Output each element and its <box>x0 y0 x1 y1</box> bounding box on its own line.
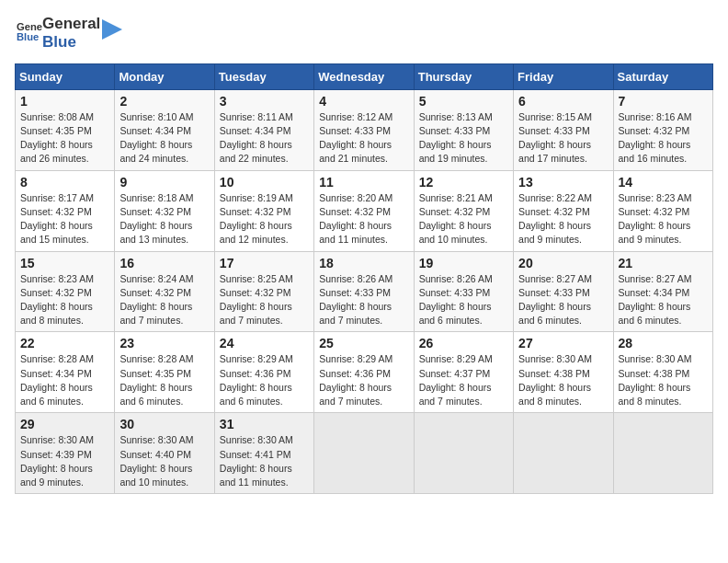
day-info: Sunrise: 8:12 AMSunset: 4:33 PMDaylight:… <box>319 111 392 165</box>
calendar-cell: 23Sunrise: 8:28 AMSunset: 4:35 PMDayligh… <box>115 332 214 413</box>
day-info: Sunrise: 8:26 AMSunset: 4:33 PMDaylight:… <box>419 273 493 327</box>
day-info: Sunrise: 8:08 AMSunset: 4:35 PMDaylight:… <box>20 111 94 165</box>
day-info: Sunrise: 8:26 AMSunset: 4:33 PMDaylight:… <box>319 273 392 327</box>
day-number: 26 <box>419 336 508 350</box>
calendar-cell: 6Sunrise: 8:15 AMSunset: 4:33 PMDaylight… <box>514 89 613 170</box>
day-info: Sunrise: 8:13 AMSunset: 4:33 PMDaylight:… <box>419 111 493 165</box>
calendar-cell: 1Sunrise: 8:08 AMSunset: 4:35 PMDaylight… <box>16 89 115 170</box>
logo-icon: General Blue <box>17 18 42 44</box>
day-info: Sunrise: 8:30 AMSunset: 4:38 PMDaylight:… <box>619 353 692 407</box>
calendar-week-row: 8Sunrise: 8:17 AMSunset: 4:32 PMDaylight… <box>16 170 713 251</box>
day-number: 15 <box>20 256 109 270</box>
weekday-header-friday: Friday <box>514 63 613 89</box>
day-number: 28 <box>619 336 708 350</box>
day-number: 31 <box>220 417 309 431</box>
day-number: 20 <box>518 256 608 270</box>
calendar-cell: 24Sunrise: 8:29 AMSunset: 4:36 PMDayligh… <box>214 332 313 413</box>
day-number: 16 <box>119 256 209 270</box>
day-number: 8 <box>20 175 109 190</box>
weekday-header-monday: Monday <box>115 63 214 89</box>
day-info: Sunrise: 8:10 AMSunset: 4:34 PMDaylight:… <box>119 111 193 165</box>
calendar-cell: 5Sunrise: 8:13 AMSunset: 4:33 PMDaylight… <box>414 89 513 170</box>
svg-text:Blue: Blue <box>17 31 39 42</box>
day-info: Sunrise: 8:30 AMSunset: 4:39 PMDaylight:… <box>20 434 94 488</box>
calendar-cell: 8Sunrise: 8:17 AMSunset: 4:32 PMDaylight… <box>16 170 115 251</box>
day-number: 14 <box>619 175 708 190</box>
logo: General Blue General Blue <box>15 15 122 52</box>
day-info: Sunrise: 8:30 AMSunset: 4:38 PMDaylight:… <box>518 353 592 407</box>
svg-marker-3 <box>102 19 122 40</box>
day-info: Sunrise: 8:22 AMSunset: 4:32 PMDaylight:… <box>518 192 592 246</box>
calendar-week-row: 22Sunrise: 8:28 AMSunset: 4:34 PMDayligh… <box>16 332 713 413</box>
calendar-cell: 26Sunrise: 8:29 AMSunset: 4:37 PMDayligh… <box>414 332 513 413</box>
calendar-week-row: 15Sunrise: 8:23 AMSunset: 4:32 PMDayligh… <box>16 251 713 332</box>
day-info: Sunrise: 8:23 AMSunset: 4:32 PMDaylight:… <box>20 273 94 327</box>
calendar-cell: 16Sunrise: 8:24 AMSunset: 4:32 PMDayligh… <box>115 251 214 332</box>
calendar-cell: 4Sunrise: 8:12 AMSunset: 4:33 PMDaylight… <box>314 89 414 170</box>
calendar-cell: 18Sunrise: 8:26 AMSunset: 4:33 PMDayligh… <box>314 251 414 332</box>
day-number: 5 <box>419 94 508 109</box>
calendar-cell: 7Sunrise: 8:16 AMSunset: 4:32 PMDaylight… <box>613 89 712 170</box>
day-number: 13 <box>518 175 608 190</box>
day-info: Sunrise: 8:19 AMSunset: 4:32 PMDaylight:… <box>220 192 293 246</box>
calendar-cell: 29Sunrise: 8:30 AMSunset: 4:39 PMDayligh… <box>16 413 115 494</box>
day-number: 19 <box>419 256 508 270</box>
logo-blue: Blue <box>42 33 100 52</box>
day-info: Sunrise: 8:28 AMSunset: 4:34 PMDaylight:… <box>20 353 94 407</box>
day-number: 4 <box>319 94 408 109</box>
weekday-header-wednesday: Wednesday <box>314 63 414 89</box>
day-info: Sunrise: 8:18 AMSunset: 4:32 PMDaylight:… <box>119 192 193 246</box>
svg-text:General: General <box>17 21 42 32</box>
day-number: 27 <box>518 336 608 350</box>
day-number: 21 <box>619 256 708 270</box>
calendar-cell: 20Sunrise: 8:27 AMSunset: 4:33 PMDayligh… <box>514 251 613 332</box>
calendar-week-row: 29Sunrise: 8:30 AMSunset: 4:39 PMDayligh… <box>16 413 713 494</box>
calendar-table: SundayMondayTuesdayWednesdayThursdayFrid… <box>15 63 713 494</box>
calendar-cell: 21Sunrise: 8:27 AMSunset: 4:34 PMDayligh… <box>613 251 712 332</box>
day-info: Sunrise: 8:24 AMSunset: 4:32 PMDaylight:… <box>119 273 193 327</box>
weekday-header-tuesday: Tuesday <box>214 63 313 89</box>
logo-arrow-icon <box>102 19 122 40</box>
day-info: Sunrise: 8:15 AMSunset: 4:33 PMDaylight:… <box>518 111 592 165</box>
day-info: Sunrise: 8:25 AMSunset: 4:32 PMDaylight:… <box>220 273 293 327</box>
weekday-header-thursday: Thursday <box>414 63 513 89</box>
logo-general: General <box>42 15 100 33</box>
day-info: Sunrise: 8:27 AMSunset: 4:33 PMDaylight:… <box>518 273 592 327</box>
calendar-cell: 31Sunrise: 8:30 AMSunset: 4:41 PMDayligh… <box>214 413 313 494</box>
day-info: Sunrise: 8:29 AMSunset: 4:36 PMDaylight:… <box>220 353 293 407</box>
calendar-cell: 9Sunrise: 8:18 AMSunset: 4:32 PMDaylight… <box>115 170 214 251</box>
day-info: Sunrise: 8:28 AMSunset: 4:35 PMDaylight:… <box>119 353 193 407</box>
day-number: 11 <box>319 175 408 190</box>
day-number: 30 <box>119 417 209 431</box>
day-number: 23 <box>119 336 209 350</box>
day-number: 29 <box>20 417 109 431</box>
day-info: Sunrise: 8:11 AMSunset: 4:34 PMDaylight:… <box>220 111 293 165</box>
calendar-cell: 11Sunrise: 8:20 AMSunset: 4:32 PMDayligh… <box>314 170 414 251</box>
day-number: 6 <box>518 94 608 109</box>
day-number: 9 <box>119 175 209 190</box>
day-number: 25 <box>319 336 408 350</box>
day-number: 24 <box>220 336 309 350</box>
weekday-header-saturday: Saturday <box>613 63 712 89</box>
calendar-cell: 17Sunrise: 8:25 AMSunset: 4:32 PMDayligh… <box>214 251 313 332</box>
calendar-cell: 15Sunrise: 8:23 AMSunset: 4:32 PMDayligh… <box>16 251 115 332</box>
calendar-cell: 27Sunrise: 8:30 AMSunset: 4:38 PMDayligh… <box>514 332 613 413</box>
day-info: Sunrise: 8:27 AMSunset: 4:34 PMDaylight:… <box>619 273 692 327</box>
calendar-cell: 19Sunrise: 8:26 AMSunset: 4:33 PMDayligh… <box>414 251 513 332</box>
calendar-cell: 3Sunrise: 8:11 AMSunset: 4:34 PMDaylight… <box>214 89 313 170</box>
calendar-cell: 13Sunrise: 8:22 AMSunset: 4:32 PMDayligh… <box>514 170 613 251</box>
calendar-cell <box>414 413 513 494</box>
day-info: Sunrise: 8:17 AMSunset: 4:32 PMDaylight:… <box>20 192 94 246</box>
calendar-cell: 28Sunrise: 8:30 AMSunset: 4:38 PMDayligh… <box>613 332 712 413</box>
day-info: Sunrise: 8:29 AMSunset: 4:37 PMDaylight:… <box>419 353 493 407</box>
calendar-cell: 12Sunrise: 8:21 AMSunset: 4:32 PMDayligh… <box>414 170 513 251</box>
page-header: General Blue General Blue <box>15 15 713 52</box>
calendar-cell: 14Sunrise: 8:23 AMSunset: 4:32 PMDayligh… <box>613 170 712 251</box>
weekday-header-row: SundayMondayTuesdayWednesdayThursdayFrid… <box>16 63 713 89</box>
day-number: 1 <box>20 94 109 109</box>
day-info: Sunrise: 8:23 AMSunset: 4:32 PMDaylight:… <box>619 192 692 246</box>
calendar-cell: 2Sunrise: 8:10 AMSunset: 4:34 PMDaylight… <box>115 89 214 170</box>
day-number: 22 <box>20 336 109 350</box>
day-number: 10 <box>220 175 309 190</box>
day-info: Sunrise: 8:29 AMSunset: 4:36 PMDaylight:… <box>319 353 392 407</box>
